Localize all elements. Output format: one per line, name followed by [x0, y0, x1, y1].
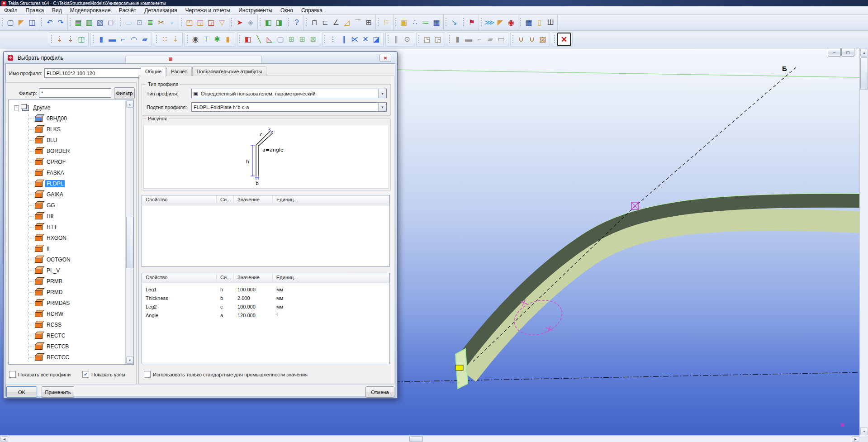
phase-funnel-button[interactable]: ▽ [217, 17, 228, 28]
divide-line-button[interactable]: ∥ [391, 34, 402, 45]
tree-item[interactable]: RCRW [9, 309, 126, 319]
measure-angle-button[interactable]: ∠ [331, 17, 342, 28]
tree-item[interactable]: PRMD [9, 287, 126, 298]
tree-item[interactable]: HII [9, 211, 126, 222]
steel-column-button[interactable]: ▮ [452, 34, 463, 45]
paste-special-button[interactable]: ▥ [84, 17, 95, 28]
task-list-button[interactable]: ≔ [420, 17, 431, 28]
open-macro-button[interactable]: ◤ [495, 17, 506, 28]
tree-item[interactable]: RECTC [9, 330, 126, 341]
toolbar-drag-handle[interactable] [231, 18, 233, 27]
apply-button[interactable]: Применить [42, 386, 74, 398]
point-on-plane-button[interactable]: ◪ [371, 34, 382, 45]
chamfer-corner-button[interactable]: ◲ [432, 34, 443, 45]
points-intersection-button[interactable]: ⋉ [349, 34, 360, 45]
tree-item[interactable]: GG [9, 200, 126, 211]
tree-scrollbar[interactable]: ▲ ▼ [125, 100, 133, 364]
column-header[interactable]: Значение [234, 273, 273, 283]
measure-frame-button[interactable]: ⊞ [363, 17, 374, 28]
steel-polybeam-button[interactable]: ⌐ [474, 34, 485, 45]
tab-2[interactable]: Пользовательские атрибуты [192, 67, 267, 76]
assembly-boxes-button[interactable]: ▣ [398, 17, 409, 28]
component-edit-button[interactable]: ⊞ [297, 34, 308, 45]
component-gear-button[interactable]: ✱ [212, 34, 223, 45]
autosave-button[interactable]: ◫ [76, 34, 87, 45]
view-maximize-button[interactable]: ▢ [841, 48, 854, 57]
redo-button[interactable]: ↷ [55, 17, 66, 28]
scroll-down-button[interactable]: ▼ [860, 428, 868, 435]
toolbar-drag-handle[interactable] [446, 18, 447, 27]
create-bolts-button[interactable]: ∷ [159, 34, 170, 45]
column-header[interactable]: Свойство [142, 273, 217, 283]
toolbar-drag-handle[interactable] [463, 18, 465, 27]
cut-with-line-button[interactable]: ╲ [253, 34, 264, 45]
toolbar-drag-handle[interactable] [120, 18, 122, 27]
tree-item[interactable]: RESS [9, 363, 126, 364]
column-header[interactable]: Единиц... [273, 195, 389, 205]
screens-button[interactable]: ▦ [523, 17, 534, 28]
tree-scroll-thumb[interactable] [126, 217, 133, 268]
create-weld-button[interactable]: ⇣ [170, 34, 181, 45]
vertical-scrollbar[interactable]: ▲ ▼ [859, 48, 868, 436]
macro-tool-button[interactable]: ⊤ [201, 34, 212, 45]
measure-arc-button[interactable]: ⌒ [352, 17, 363, 28]
create-pin-button[interactable]: ⚐ [381, 17, 392, 28]
tree-item[interactable]: RECTCC [9, 352, 126, 363]
tree-item[interactable]: PRMB [9, 276, 126, 287]
scroll-left-button[interactable]: ◀ [0, 436, 8, 442]
property-row[interactable]: Thicknessb2.000мм [142, 294, 389, 302]
dropdown-arrow-icon[interactable]: ▾ [378, 103, 386, 111]
toolbar-drag-handle[interactable] [260, 18, 261, 27]
tree-item[interactable]: HXGON [9, 233, 126, 243]
scroll-up-button[interactable]: ▲ [860, 49, 868, 57]
comb-tool-button[interactable]: Ш [545, 17, 556, 28]
property-table-top[interactable]: СвойствоСи...ЗначениеЕдиниц... [142, 195, 390, 267]
new-view-button[interactable]: ▭ [123, 17, 134, 28]
points-projection-button[interactable]: ✕ [360, 34, 371, 45]
chamfer-edge-button[interactable]: ◳ [422, 34, 432, 45]
tree-root-row[interactable]: −Другие [9, 102, 126, 113]
column-header[interactable]: Си... [217, 195, 234, 205]
selection-handle-magenta[interactable] [631, 202, 639, 209]
dialog-close-button[interactable]: ✕ [379, 54, 391, 62]
profile-type-combobox[interactable]: ▣ Определенный пользователем, параметрич… [191, 89, 387, 98]
scissors-button[interactable]: ✂ [156, 17, 166, 28]
horizontal-scrollbar[interactable]: ◀ ▶ [0, 435, 860, 442]
undo-button[interactable]: ↶ [44, 17, 55, 28]
numbered-pour-point-button[interactable]: ⇣ [54, 34, 65, 45]
tab-1[interactable]: Расчёт [166, 67, 191, 76]
menu-item-7[interactable]: Инструменты [234, 7, 276, 14]
dimension-fence-button[interactable]: ⊓ [309, 17, 320, 28]
copy-object-button[interactable]: ▢ [275, 34, 286, 45]
menu-item-1[interactable]: Правка [22, 7, 48, 14]
toolbar-drag-handle[interactable] [51, 35, 53, 44]
property-row[interactable]: Anglea120.000° [142, 311, 389, 319]
toolbar-drag-handle[interactable] [481, 18, 483, 27]
dimension-base-button[interactable]: ⊏ [320, 17, 331, 28]
tree-item[interactable]: FLDPL [9, 178, 126, 189]
tree-item[interactable]: RECTCB [9, 341, 126, 352]
tab-0[interactable]: Общие [141, 66, 166, 77]
toolbar-drag-handle[interactable] [520, 18, 522, 27]
create-plate-button[interactable]: ▰ [139, 34, 150, 45]
interrupt-button[interactable]: ✕ [557, 33, 571, 46]
dialog-titlebar[interactable]: ❖ Выбрать профиль ✕ [4, 52, 397, 63]
tree-scroll-down-button[interactable]: ▼ [126, 356, 133, 364]
tree-item[interactable]: GAIKA [9, 189, 126, 200]
tekla-flag-button[interactable]: ⚑ [466, 17, 477, 28]
toolbar-drag-handle[interactable] [70, 18, 71, 27]
tree-item[interactable]: II [9, 243, 126, 254]
phase-manager-button[interactable]: ◰ [184, 17, 195, 28]
tree-item[interactable]: RCSS [9, 319, 126, 330]
steel-beam-button[interactable]: ▬ [463, 34, 474, 45]
next-marker-button[interactable]: ➤ [234, 17, 245, 28]
tree-item[interactable]: PL_V [9, 265, 126, 276]
schedule-calendar-button[interactable]: ▦ [431, 17, 442, 28]
pour-point-button[interactable]: ⇣ [65, 34, 76, 45]
property-row[interactable]: Leg2c100.000мм [142, 302, 389, 311]
open-door-button[interactable]: ◻ [105, 17, 116, 28]
tree-item[interactable]: CPROF [9, 157, 126, 167]
steel-panel-button[interactable]: ▭ [496, 34, 507, 45]
profile-tree[interactable]: −Другие0ВНД00BLKSBLUBORDERCPROFFASKAFLDP… [8, 100, 134, 365]
save-model-button[interactable]: ◫ [27, 17, 38, 28]
